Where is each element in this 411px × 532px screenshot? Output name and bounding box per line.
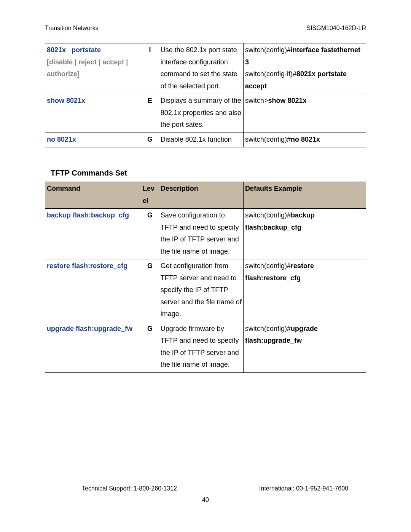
example-plain: switch(config)# <box>245 262 291 270</box>
table-header-row: Command Level Description Defaults Examp… <box>45 182 366 209</box>
description-cell: Save configuration to TFTP and need to s… <box>159 209 243 259</box>
example-cell: switch>show 8021x <box>243 94 366 133</box>
th-description: Description <box>159 182 243 209</box>
command-cell: upgrade flash:upgrade_fw <box>45 322 141 372</box>
example-cell: switch(config)#no 8021x <box>243 133 366 147</box>
command-cell: backup flash:backup_cfg <box>45 209 141 259</box>
command-name: upgrade flash:upgrade_fw <box>47 325 132 332</box>
command-params: [disable | reject | accept | authorize] <box>47 58 128 78</box>
row-upgrade: upgrade flash:upgrade_fw G Upgrade firmw… <box>45 322 366 372</box>
level-cell: E <box>141 94 159 133</box>
command-name: show 8021x <box>47 97 85 104</box>
header-right: SISGM1040-162D-LR <box>306 23 366 34</box>
footer-right: International: 00-1-952-941-7600 <box>259 483 348 494</box>
example-cell: switch(config)#backup flash:backup_cfg <box>243 209 366 259</box>
th-level: Level <box>141 182 159 209</box>
example-plain: switch(config)# <box>245 136 291 143</box>
command-name: 8021x <box>47 46 66 54</box>
page-number: 40 <box>0 495 411 505</box>
level-cell: G <box>141 259 159 322</box>
command-cell: show 8021x <box>45 94 141 133</box>
example-plain: switch(config)# <box>245 211 291 219</box>
level-cell: I <box>141 43 159 94</box>
row-no-8021x: no 8021x G Disable 802.1x function switc… <box>45 133 366 147</box>
command-name: backup flash:backup_cfg <box>47 211 129 219</box>
page: Transition Networks SISGM1040-162D-LR 80… <box>0 0 411 532</box>
description-cell: Disable 802.1x function <box>159 133 243 147</box>
example-cell: switch(config)#restore flash:restore_cfg <box>243 259 366 322</box>
description-cell: Displays a summary of the 802.1x propert… <box>159 94 243 133</box>
example-plain: switch(config)# <box>245 325 291 332</box>
example-bold: show 8021x <box>268 97 306 104</box>
description-cell: Upgrade firmware by TFTP and need to spe… <box>159 322 243 372</box>
th-defaults: Defaults Example <box>243 182 366 209</box>
command-cell: no 8021x <box>45 133 141 147</box>
commands-table-tftp: Command Level Description Defaults Examp… <box>45 182 366 373</box>
description-cell: Use the 802.1x port state interface conf… <box>159 43 243 94</box>
command-name: restore flash:restore_cfg <box>47 262 127 270</box>
example-plain: switch> <box>245 97 268 104</box>
top-header: Transition Networks SISGM1040-162D-LR <box>45 23 366 34</box>
footer: Technical Support: 1-800-260-1312 Intern… <box>0 483 411 494</box>
level-cell: G <box>141 322 159 372</box>
command-cell: 8021x portstate [disable | reject | acce… <box>45 43 141 94</box>
command-name: no 8021x <box>47 136 76 143</box>
description-cell: Get configuration from TFTP server and n… <box>159 259 243 322</box>
example-cell: switch(config)#interface fastethernet 3 … <box>243 43 366 94</box>
commands-table-8021x: 8021x portstate [disable | reject | acce… <box>45 43 366 147</box>
command-cell: restore flash:restore_cfg <box>45 259 141 322</box>
row-backup: backup flash:backup_cfg G Save configura… <box>45 209 366 259</box>
row-8021x-portstate: 8021x portstate [disable | reject | acce… <box>45 43 366 94</box>
example-cell: switch(config)#upgrade flash:upgrade_fw <box>243 322 366 372</box>
level-cell: G <box>141 133 159 147</box>
command-rest: portstate <box>72 46 101 54</box>
example-plain: switch(config)# <box>245 46 291 54</box>
row-restore: restore flash:restore_cfg G Get configur… <box>45 259 366 322</box>
example-bold: no 8021x <box>291 136 320 143</box>
th-command: Command <box>45 182 141 209</box>
row-show-8021x: show 8021x E Displays a summary of the 8… <box>45 94 366 133</box>
header-left: Transition Networks <box>45 23 99 34</box>
level-cell: G <box>141 209 159 259</box>
footer-left: Technical Support: 1-800-260-1312 <box>82 483 177 494</box>
section-title-tftp: TFTP Commands Set <box>51 166 366 180</box>
example-plain-2: switch(config-if)# <box>245 70 296 78</box>
